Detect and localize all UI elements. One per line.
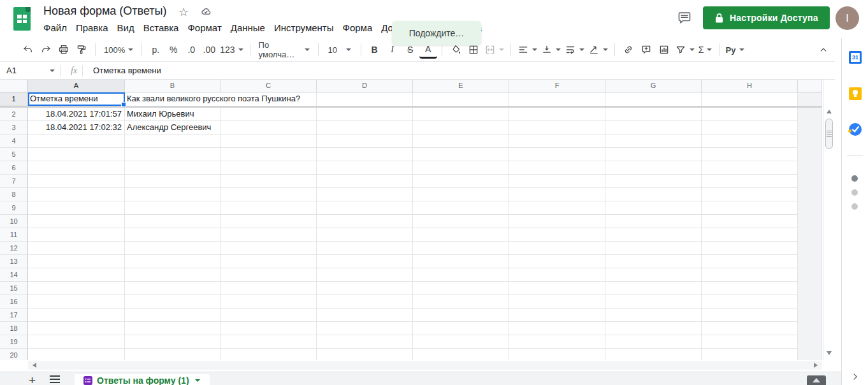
- cell-C18[interactable]: [221, 322, 317, 335]
- print-button[interactable]: [55, 41, 73, 59]
- cell-F12[interactable]: [509, 242, 605, 255]
- row-header-7[interactable]: 7: [0, 175, 28, 188]
- cell-B19[interactable]: [125, 335, 221, 349]
- cell-C9[interactable]: [221, 201, 317, 215]
- cell-E3[interactable]: [413, 121, 509, 134]
- insert-comment-button[interactable]: [637, 41, 655, 59]
- cell-B14[interactable]: [125, 268, 221, 282]
- cell-G5[interactable]: [605, 148, 702, 161]
- cell-G15[interactable]: [605, 282, 702, 295]
- column-header-C[interactable]: C: [221, 80, 317, 92]
- cell-A10[interactable]: [28, 215, 125, 228]
- text-wrap-button[interactable]: [563, 41, 586, 59]
- cell-D3[interactable]: [317, 121, 413, 134]
- row-header-6[interactable]: 6: [0, 161, 28, 175]
- cell-E13[interactable]: [413, 255, 509, 268]
- column-header-H[interactable]: H: [702, 80, 798, 92]
- cell-D18[interactable]: [317, 322, 413, 335]
- comments-icon[interactable]: [677, 10, 692, 25]
- scroll-right-arrow[interactable]: [814, 363, 818, 368]
- cell-B3[interactable]: Александр Сергеевич: [125, 121, 221, 134]
- cell-H9[interactable]: [702, 201, 798, 215]
- star-icon[interactable]: ☆: [178, 5, 189, 19]
- add-sheet-button[interactable]: +: [29, 374, 36, 385]
- cell-H3[interactable]: [702, 121, 798, 134]
- row-header-8[interactable]: 8: [0, 188, 28, 201]
- cell-A1[interactable]: Отметка времени: [28, 92, 125, 106]
- row-header-14[interactable]: 14: [0, 268, 28, 282]
- cell-H19[interactable]: [702, 335, 798, 349]
- cell-E18[interactable]: [413, 322, 509, 335]
- cell-D15[interactable]: [317, 282, 413, 295]
- cell-F19[interactable]: [509, 335, 605, 349]
- cell-D7[interactable]: [317, 175, 413, 188]
- cell-D9[interactable]: [317, 201, 413, 215]
- cell-G13[interactable]: [605, 255, 702, 268]
- cell-F14[interactable]: [509, 268, 605, 282]
- column-header-E[interactable]: E: [413, 80, 509, 92]
- format-percent-button[interactable]: %: [164, 41, 182, 59]
- cell-D1[interactable]: [317, 92, 413, 106]
- cell-A12[interactable]: [28, 242, 125, 255]
- cell-C12[interactable]: [221, 242, 317, 255]
- cell-G20[interactable]: [605, 349, 702, 360]
- scroll-left-arrow[interactable]: [33, 363, 36, 368]
- cell-F7[interactable]: [509, 175, 605, 188]
- cell-B11[interactable]: [125, 228, 221, 242]
- cell-B8[interactable]: [125, 188, 221, 201]
- cell-C15[interactable]: [221, 282, 317, 295]
- cell-C6[interactable]: [221, 161, 317, 175]
- format-currency-button[interactable]: р.: [147, 41, 164, 59]
- hide-side-panel-button[interactable]: [850, 371, 861, 382]
- cell-B2[interactable]: Михаил Юрьевич: [125, 108, 221, 121]
- cell-A3[interactable]: 18.04.2021 17:02:32: [28, 121, 125, 134]
- cell-A6[interactable]: [28, 161, 125, 175]
- cell-G6[interactable]: [605, 161, 702, 175]
- name-box[interactable]: A1: [0, 66, 55, 75]
- number-format-button[interactable]: 123: [218, 41, 245, 59]
- paint-format-button[interactable]: [73, 41, 90, 59]
- cell-G7[interactable]: [605, 175, 702, 188]
- cell-H7[interactable]: [702, 175, 798, 188]
- cell-F9[interactable]: [509, 201, 605, 215]
- functions-button[interactable]: Σ: [697, 41, 714, 59]
- cell-B15[interactable]: [125, 282, 221, 295]
- cell-B7[interactable]: [125, 175, 221, 188]
- cell-E9[interactable]: [413, 201, 509, 215]
- cell-H20[interactable]: [702, 349, 798, 360]
- cell-E6[interactable]: [413, 161, 509, 175]
- cell-D4[interactable]: [317, 134, 413, 148]
- cell-G3[interactable]: [605, 121, 702, 134]
- cell-F4[interactable]: [509, 134, 605, 148]
- collapse-toolbar-button[interactable]: [814, 41, 832, 59]
- cell-A4[interactable]: [28, 134, 125, 148]
- sheet-tab[interactable]: Ответы на форму (1): [75, 374, 210, 385]
- cell-F1[interactable]: [509, 92, 605, 106]
- cell-A19[interactable]: [28, 335, 125, 349]
- cell-A20[interactable]: [28, 349, 125, 360]
- font-select[interactable]: По умолча…: [255, 41, 314, 59]
- cell-D8[interactable]: [317, 188, 413, 201]
- vertical-align-button[interactable]: [539, 41, 563, 59]
- cell-F13[interactable]: [509, 255, 605, 268]
- calendar-icon[interactable]: 31: [849, 51, 862, 64]
- cell-E5[interactable]: [413, 148, 509, 161]
- undo-button[interactable]: [19, 41, 37, 59]
- cell-G9[interactable]: [605, 201, 702, 215]
- cell-C10[interactable]: [221, 215, 317, 228]
- scroll-down-arrow[interactable]: [827, 351, 832, 355]
- cell-G17[interactable]: [605, 309, 702, 322]
- cell-A14[interactable]: [28, 268, 125, 282]
- row-header-2[interactable]: 2: [0, 108, 28, 121]
- cell-C8[interactable]: [221, 188, 317, 201]
- cell-A2[interactable]: 18.04.2021 17:01:57: [28, 108, 125, 121]
- cell-A9[interactable]: [28, 201, 125, 215]
- column-header-F[interactable]: F: [509, 80, 605, 92]
- cell-G14[interactable]: [605, 268, 702, 282]
- cell-G10[interactable]: [605, 215, 702, 228]
- cell-B10[interactable]: [125, 215, 221, 228]
- column-header-B[interactable]: B: [125, 80, 221, 92]
- cell-G8[interactable]: [605, 188, 702, 201]
- cell-F15[interactable]: [509, 282, 605, 295]
- menu-tools[interactable]: Инструменты: [270, 21, 338, 34]
